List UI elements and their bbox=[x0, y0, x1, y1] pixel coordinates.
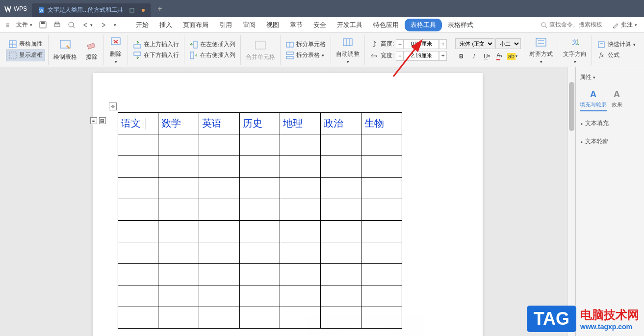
table-row[interactable] bbox=[118, 156, 402, 178]
tab-review[interactable]: 审阅 bbox=[238, 18, 260, 32]
show-virtual-button[interactable]: 显示虚框 bbox=[6, 50, 45, 61]
svg-rect-22 bbox=[194, 41, 197, 48]
more-icon[interactable]: ▾ bbox=[111, 21, 119, 29]
tab-view[interactable]: 视图 bbox=[261, 18, 284, 32]
auto-fit-button[interactable]: 自动调整▾ bbox=[334, 34, 361, 65]
tab-section[interactable]: 章节 bbox=[285, 18, 308, 32]
draw-table-button[interactable]: 绘制表格 bbox=[52, 37, 79, 62]
svg-rect-27 bbox=[286, 52, 293, 54]
header-cell[interactable]: 数学 bbox=[158, 113, 199, 134]
table-row[interactable] bbox=[118, 221, 402, 242]
document-tab[interactable]: W 文字是人类用...的方式和工具 bbox=[32, 3, 151, 17]
tab-dev-tools[interactable]: 开发工具 bbox=[332, 18, 367, 32]
extra-icon-1[interactable] bbox=[642, 39, 644, 50]
height-minus[interactable]: − bbox=[396, 39, 404, 49]
split-cells-button[interactable]: 拆分单元格 bbox=[283, 39, 328, 50]
header-cell[interactable]: 历史 bbox=[239, 113, 280, 134]
section-text-outline[interactable]: ▸文本轮廓 bbox=[580, 132, 640, 151]
tab-table-tools[interactable]: 表格工具 bbox=[405, 19, 442, 31]
doc-table[interactable]: 语文 数学 英语 历史 地理 政治 生物 bbox=[118, 112, 402, 329]
document-scroll[interactable]: 改 ≡▤ 语文 数学 英语 历史 地理 政治 生物 bbox=[0, 67, 575, 336]
prop-tab-effect[interactable]: A 效果 bbox=[612, 88, 622, 111]
table-row[interactable] bbox=[118, 199, 402, 221]
tab-start[interactable]: 开始 bbox=[131, 18, 154, 32]
erase-button[interactable]: 擦除 bbox=[83, 37, 101, 62]
font-name-select[interactable]: 宋体 (正文) bbox=[455, 38, 494, 49]
calc-icon bbox=[597, 40, 606, 49]
section-text-fill[interactable]: ▸文本填充 bbox=[580, 114, 640, 132]
undo-icon[interactable]: ▾ bbox=[79, 19, 96, 30]
header-cell[interactable]: 地理 bbox=[280, 113, 321, 134]
split-table-button[interactable]: 拆分表格▾ bbox=[283, 50, 328, 61]
command-search[interactable]: 查找命令、搜索模板 bbox=[541, 21, 602, 29]
insert-right-button[interactable]: 在右侧插入列 bbox=[187, 50, 237, 61]
header-cell[interactable]: 政治 bbox=[321, 113, 361, 134]
header-cell[interactable]: 生物 bbox=[361, 113, 402, 134]
pencil-icon bbox=[612, 22, 619, 28]
table-row[interactable] bbox=[118, 264, 402, 285]
svg-rect-34 bbox=[536, 38, 546, 46]
italic-button[interactable]: I bbox=[468, 51, 480, 62]
hamburger-icon[interactable]: ≡ bbox=[3, 20, 12, 30]
print-icon[interactable] bbox=[51, 19, 64, 30]
tab-table-style[interactable]: 表格样式 bbox=[443, 18, 478, 32]
table-row[interactable] bbox=[118, 178, 402, 199]
document-area: 改 ≡▤ 语文 数学 英语 历史 地理 政治 生物 bbox=[0, 67, 644, 336]
tab-insert[interactable]: 插入 bbox=[155, 18, 177, 32]
row-height[interactable]: 高度: −+ bbox=[368, 38, 449, 50]
scroll-thumb[interactable] bbox=[569, 82, 574, 131]
header-cell[interactable]: 英语 bbox=[199, 113, 239, 134]
annotate-button[interactable]: 批注▾ bbox=[608, 19, 641, 31]
width-icon bbox=[370, 52, 379, 60]
table-row[interactable] bbox=[118, 242, 402, 264]
formula-button[interactable]: fx公式 bbox=[595, 50, 638, 61]
tab-security[interactable]: 安全 bbox=[309, 18, 331, 32]
insert-left-button[interactable]: 在左侧插入列 bbox=[187, 39, 237, 50]
properties-panel: 属性 ▾ A 填充与轮廓 A 效果 ▸文本填充 ▸文本轮廓 bbox=[575, 67, 644, 336]
merge-cells-button[interactable]: 合并单元格 bbox=[244, 37, 277, 62]
highlight-button[interactable]: ab▾ bbox=[506, 51, 518, 62]
table-row[interactable] bbox=[118, 307, 402, 329]
table-row[interactable] bbox=[118, 285, 402, 307]
prop-tab-fill[interactable]: A 填充与轮廓 bbox=[580, 88, 607, 111]
header-cell[interactable]: 语文 bbox=[118, 113, 158, 134]
tag-text: 电脑技术网 www.tagxp.com bbox=[580, 307, 639, 331]
tab-menu-icon[interactable] bbox=[129, 7, 135, 13]
font-size-select[interactable]: 小二 bbox=[495, 38, 521, 49]
extra-icon-2[interactable] bbox=[642, 50, 644, 61]
side-handles[interactable]: ≡▤ bbox=[90, 117, 106, 124]
svg-rect-4 bbox=[41, 22, 45, 24]
insert-below-button[interactable]: 在下方插入行 bbox=[131, 50, 181, 61]
bold-button[interactable]: B bbox=[455, 51, 467, 62]
insert-above-button[interactable]: 在上方插入行 bbox=[131, 39, 181, 50]
vertical-scrollbar[interactable] bbox=[567, 67, 575, 336]
text-dir-button[interactable]: 文文字方向▾ bbox=[561, 34, 589, 65]
width-input[interactable] bbox=[404, 51, 439, 61]
height-input[interactable] bbox=[404, 39, 439, 49]
file-menu[interactable]: 文件▾ bbox=[13, 19, 35, 31]
col-width[interactable]: 宽度: −+ bbox=[368, 50, 449, 62]
preview-icon[interactable] bbox=[65, 19, 78, 30]
table-row[interactable] bbox=[118, 134, 402, 156]
table-move-handle[interactable] bbox=[109, 103, 117, 110]
align-button[interactable]: 对齐方式▾ bbox=[527, 34, 555, 65]
table-header-row[interactable]: 语文 数学 英语 历史 地理 政治 生物 bbox=[118, 113, 402, 134]
height-plus[interactable]: + bbox=[439, 39, 447, 49]
save-icon[interactable] bbox=[36, 19, 50, 30]
width-minus[interactable]: − bbox=[396, 51, 404, 61]
tab-special[interactable]: 特色应用 bbox=[368, 18, 404, 32]
svg-text:A: A bbox=[614, 89, 620, 99]
fast-calc-button[interactable]: 快速计算▾ bbox=[595, 39, 638, 50]
new-tab-button[interactable]: + bbox=[157, 4, 162, 13]
svg-rect-29 bbox=[343, 39, 352, 46]
redo-icon[interactable] bbox=[97, 19, 110, 30]
underline-button[interactable]: U▾ bbox=[481, 51, 492, 62]
tab-reference[interactable]: 引用 bbox=[214, 18, 237, 32]
font-color-button[interactable]: A▾ bbox=[493, 51, 505, 62]
doc-title: 文字是人类用...的方式和工具 bbox=[48, 6, 123, 14]
table-props-button[interactable]: 表格属性 bbox=[6, 39, 45, 50]
width-plus[interactable]: + bbox=[439, 51, 447, 61]
delete-button[interactable]: 删除▾ bbox=[107, 34, 125, 65]
height-icon bbox=[370, 40, 379, 49]
tab-page-layout[interactable]: 页面布局 bbox=[178, 18, 213, 32]
